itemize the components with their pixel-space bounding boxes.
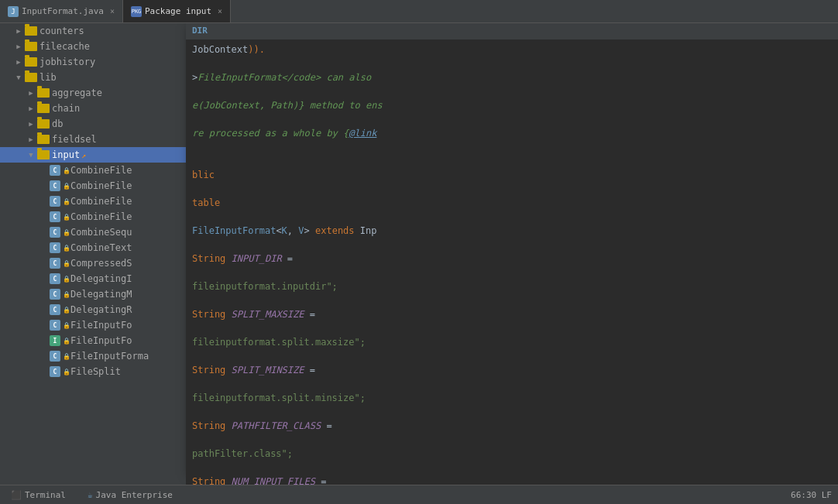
bottom-tab-java-label: Java Enterprise — [96, 490, 173, 500]
class-icon-fs: C — [50, 366, 60, 377]
tree-label-fs: FileSplit — [70, 366, 121, 377]
folder-icon-counters — [25, 26, 37, 36]
tab-inputformat[interactable]: J InputFormat.java × — [0, 0, 123, 22]
sidebar: ▶ counters ▶ filecache ▶ jobhistory ▼ li… — [0, 23, 186, 485]
tree-label-dm: DelegatingM — [70, 289, 132, 300]
class-icon-fi1: C — [50, 320, 60, 331]
badge-lock-cf2: 🔒 — [63, 183, 70, 190]
tab-package-label: Package input — [145, 6, 211, 16]
tree-arrow-input: ▼ — [25, 151, 37, 159]
tree-item-combineseq[interactable]: C 🔒 CombineSequ — [0, 225, 186, 240]
folder-icon-filecache — [25, 42, 37, 51]
tree-item-combinefile1[interactable]: C 🔒 CombineFile — [0, 163, 186, 178]
tree-label-cf2: CombineFile — [70, 180, 132, 191]
tree-label-fi2: FileInputFo — [70, 335, 132, 346]
folder-icon-lib — [25, 73, 37, 82]
terminal-icon: ⬛ — [11, 490, 22, 500]
folder-icon-input — [37, 150, 50, 159]
tab-inputformat-icon: J — [8, 6, 19, 17]
tree-arrow-counters: ▶ — [12, 27, 25, 35]
class-icon-cf1: C — [50, 165, 60, 176]
tree-item-combinefile2[interactable]: C 🔒 CombineFile — [0, 178, 186, 194]
tab-inputformat-close[interactable]: × — [110, 7, 115, 15]
tree-item-lib[interactable]: ▼ lib — [0, 70, 186, 85]
bottom-tab-java-enterprise[interactable]: ☕ Java Enterprise — [83, 489, 177, 502]
tree-arrow-aggregate: ▶ — [25, 89, 37, 97]
class-icon-cf2: C — [50, 180, 60, 191]
bottom-tab-terminal[interactable]: ⬛ Terminal — [6, 489, 70, 502]
tree-item-counters[interactable]: ▶ counters — [0, 23, 186, 39]
tree-arrow-lib: ▼ — [12, 74, 25, 81]
tree-label-lib: lib — [39, 72, 57, 83]
badge-lock-di: 🔒 — [63, 276, 70, 283]
tree-item-combinefile4[interactable]: C 🔒 CombineFile — [0, 209, 186, 225]
java-enterprise-icon: ☕ — [88, 490, 93, 500]
code-area: DIR JobContext)). >FileInputFormat</code… — [186, 23, 838, 485]
badge-lock-cs: 🔒 — [63, 229, 70, 236]
tree-item-chain[interactable]: ▶ chain — [0, 101, 186, 116]
main-area: ▶ counters ▶ filecache ▶ jobhistory ▼ li… — [0, 23, 838, 485]
tree-item-filesplit[interactable]: C 🔒 FileSplit — [0, 364, 186, 379]
class-icon-cf3: C — [50, 196, 60, 207]
class-icon-dr: C — [50, 304, 60, 315]
tree-label-comp: CompressedS — [70, 258, 132, 269]
tree-item-fieldsel[interactable]: ▶ fieldsel — [0, 132, 186, 147]
breadcrumb: DIR — [186, 23, 838, 39]
tree-label-cf1: CombineFile — [70, 165, 132, 176]
interface-icon-fi2: I — [50, 335, 60, 346]
tree-label-fi1: FileInputFo — [70, 320, 132, 331]
tab-package-input[interactable]: PKG Package input × — [123, 0, 231, 22]
bottom-bar: ⬛ Terminal ☕ Java Enterprise 66:30 LF — [0, 485, 838, 504]
tree-item-filecache[interactable]: ▶ filecache — [0, 39, 186, 54]
badge-lock-fif: 🔒 — [63, 353, 70, 360]
tab-package-close[interactable]: × — [218, 7, 222, 15]
folder-icon-fieldsel — [37, 135, 50, 144]
tree-item-fileinputfo2[interactable]: I 🔒 FileInputFo — [0, 333, 186, 348]
badge-lock-cf4: 🔒 — [63, 214, 70, 221]
tree-item-jobhistory[interactable]: ▶ jobhistory — [0, 54, 186, 70]
folder-icon-chain — [37, 104, 50, 113]
tree-label-filecache: filecache — [39, 41, 90, 52]
class-icon-cs: C — [50, 227, 60, 238]
input-arrow-indicator: ↗ — [81, 151, 86, 159]
tree-item-combinefile3[interactable]: C 🔒 CombineFile — [0, 194, 186, 209]
badge-lock-fi2: 🔒 — [63, 338, 70, 345]
tab-inputformat-label: InputFormat.java — [22, 6, 104, 16]
status-bar: 66:30 LF — [791, 490, 832, 500]
tree-label-jobhistory: jobhistory — [39, 57, 95, 67]
tree-item-combinetext[interactable]: C 🔒 CombineText — [0, 240, 186, 255]
badge-lock-dr: 🔒 — [63, 307, 70, 314]
tree-label-db: db — [52, 118, 63, 129]
tree-label-fif: FileInputForma — [70, 351, 149, 362]
class-icon-fif: C — [50, 351, 60, 362]
tree-label-cs: CombineSequ — [70, 227, 132, 238]
class-icon-cf4: C — [50, 211, 60, 222]
tree-label-fieldsel: fieldsel — [52, 134, 97, 145]
badge-lock-comp: 🔒 — [63, 260, 70, 267]
folder-icon-aggregate — [37, 88, 50, 98]
class-icon-ct: C — [50, 242, 60, 253]
tree-arrow-db: ▶ — [25, 120, 37, 128]
tree-label-ct: CombineText — [70, 242, 132, 253]
tree-item-delegatingm[interactable]: C 🔒 DelegatingM — [0, 286, 186, 302]
bottom-tab-terminal-label: Terminal — [25, 490, 66, 500]
badge-lock-fs: 🔒 — [63, 369, 70, 375]
class-icon-comp: C — [50, 258, 60, 269]
tree-item-fileinputfo1[interactable]: C 🔒 FileInputFo — [0, 317, 186, 333]
tree-label-input: input — [52, 149, 80, 160]
tree-item-compressed[interactable]: C 🔒 CompressedS — [0, 255, 186, 271]
tree-label-cf4: CombineFile — [70, 211, 132, 222]
tree-item-aggregate[interactable]: ▶ aggregate — [0, 85, 186, 101]
tree-label-chain: chain — [52, 103, 80, 114]
badge-lock-fi1: 🔒 — [63, 322, 70, 329]
tree-item-delegatingr[interactable]: C 🔒 DelegatingR — [0, 302, 186, 317]
tree-label-aggregate: aggregate — [52, 87, 102, 98]
tree-item-input[interactable]: ▼ input ↗ — [0, 147, 186, 163]
tree-item-delegatingi[interactable]: C 🔒 DelegatingI — [0, 271, 186, 286]
status-position: 66:30 LF — [791, 490, 832, 500]
breadcrumb-label: DIR — [192, 25, 208, 38]
tree-arrow-chain: ▶ — [25, 105, 37, 112]
tree-item-db[interactable]: ▶ db — [0, 116, 186, 132]
tree-item-fileinputformat[interactable]: C 🔒 FileInputForma — [0, 348, 186, 364]
badge-lock-ct: 🔒 — [63, 245, 70, 252]
